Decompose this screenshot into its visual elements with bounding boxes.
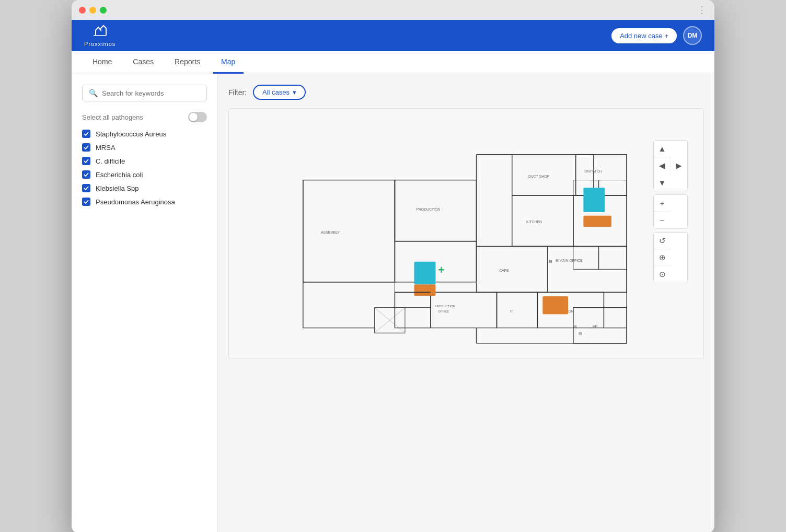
svg-text:HR: HR (593, 325, 598, 328)
map-area: Filter: All cases ▾ ASSEMBLY (218, 74, 714, 532)
zoom-out-button[interactable]: − (654, 212, 671, 228)
logo-icon (91, 24, 108, 41)
svg-text:⊟
             MAIN OFFICE: ⊟ MAIN OFFICE (556, 259, 583, 262)
main-content: 🔍 Select all pathogens Staphylococcus Au… (72, 74, 714, 532)
floor-plan-svg: ASSEMBLY PRODUCTION DUCT SHOP DISPATCH (229, 109, 703, 358)
select-all-row: Select all pathogens (82, 112, 207, 122)
pathogen-label: Staphylococcus Aureus (96, 130, 166, 138)
checkbox-cd[interactable] (82, 157, 90, 165)
pathogen-label: Pseudomonas Aeruginosa (96, 198, 175, 206)
pathogen-list: Staphylococcus Aureus MRSA C. difficile … (82, 130, 207, 206)
list-item[interactable]: Escherichia coli (82, 170, 207, 179)
filter-label: Filter: (228, 88, 247, 97)
svg-text:⊟: ⊟ (549, 259, 552, 264)
checkbox-sa[interactable] (82, 130, 90, 138)
nav-item-home[interactable]: Home (84, 51, 120, 74)
search-icon: 🔍 (89, 89, 98, 97)
checkbox-ks[interactable] (82, 184, 90, 192)
zoom-in-button[interactable]: + (654, 195, 671, 212)
svg-rect-38 (583, 188, 605, 212)
pan-left-button[interactable]: ◀ (654, 157, 671, 174)
app-header: Proxximos Add new case + DM (72, 20, 714, 51)
rotate-button[interactable]: ↺ (654, 233, 671, 249)
pan-up-button[interactable]: ▲ (654, 141, 671, 157)
add-case-button[interactable]: Add new case + (611, 28, 677, 43)
svg-text:ASSEMBLY: ASSEMBLY (321, 230, 340, 234)
titlebar: ⋮ (72, 0, 714, 20)
svg-text:+: + (438, 264, 445, 276)
chevron-down-icon: ▾ (293, 88, 296, 96)
svg-rect-40 (414, 262, 435, 285)
checkbox-ec[interactable] (82, 170, 90, 179)
toggle-all-pathogens[interactable] (188, 112, 207, 122)
close-button[interactable] (79, 7, 86, 14)
checkbox-pa[interactable] (82, 198, 90, 206)
traffic-lights (79, 7, 107, 14)
map-controls: ▲ ◀ ▶ ▼ + − ↺ ⊕ ⊙ (653, 140, 688, 285)
maximize-button[interactable] (100, 7, 107, 14)
pathogen-label: C. difficile (96, 157, 125, 165)
avatar: DM (683, 26, 702, 45)
svg-text:PRODUCTION: PRODUCTION (435, 305, 455, 308)
pan-right-button[interactable]: ▶ (671, 157, 687, 174)
logo: Proxximos (84, 24, 115, 47)
filter-button[interactable]: All cases ▾ (253, 85, 306, 100)
logo-text: Proxximos (84, 41, 115, 47)
utility-controls: ↺ ⊕ ⊙ (653, 232, 688, 283)
map-container[interactable]: ASSEMBLY PRODUCTION DUCT SHOP DISPATCH (228, 108, 704, 359)
target-button[interactable]: ⊙ (654, 266, 671, 283)
svg-text:OFFICE: OFFICE (438, 310, 449, 313)
list-item[interactable]: Pseudomonas Aeruginosa (82, 198, 207, 206)
toggle-knob (189, 113, 198, 121)
nav-bar: Home Cases Reports Map (72, 51, 714, 74)
browser-window: ⋮ Proxximos Add new case + DM Home Cases… (72, 0, 714, 532)
filter-btn-label: All cases (262, 88, 290, 96)
search-input[interactable] (102, 89, 200, 97)
sidebar: 🔍 Select all pathogens Staphylococcus Au… (72, 74, 218, 532)
nav-item-map[interactable]: Map (213, 51, 244, 74)
svg-text:⊟: ⊟ (573, 324, 577, 329)
search-box[interactable]: 🔍 (82, 85, 207, 101)
svg-text:⊟: ⊟ (579, 331, 582, 336)
nav-item-reports[interactable]: Reports (166, 51, 209, 74)
checkbox-mrsa[interactable] (82, 143, 90, 152)
list-item[interactable]: MRSA (82, 143, 207, 152)
svg-text:IT: IT (510, 309, 513, 313)
svg-rect-41 (414, 285, 435, 296)
select-all-label: Select all pathogens (82, 113, 143, 121)
filter-bar: Filter: All cases ▾ (228, 85, 704, 100)
svg-text:PRODUCTION: PRODUCTION (416, 207, 440, 211)
minimize-button[interactable] (89, 7, 96, 14)
svg-text:DUCT SHOP: DUCT SHOP (528, 175, 549, 178)
svg-text:KITCHEN: KITCHEN (526, 220, 542, 224)
svg-text:DISPATCH: DISPATCH (584, 169, 602, 173)
magnify-button[interactable]: ⊕ (654, 249, 671, 266)
nav-item-cases[interactable]: Cases (124, 51, 162, 74)
list-item[interactable]: C. difficile (82, 157, 207, 165)
zoom-controls: + − (653, 194, 688, 229)
list-item[interactable]: Klebsiella Spp (82, 184, 207, 192)
header-actions: Add new case + DM (611, 26, 702, 45)
pan-controls: ▲ ◀ ▶ ▼ (653, 140, 688, 191)
list-item[interactable]: Staphylococcus Aureus (82, 130, 207, 138)
svg-rect-39 (583, 216, 611, 227)
svg-text:CAFE: CAFE (499, 269, 509, 272)
pathogen-label: MRSA (96, 144, 115, 152)
pathogen-label: Escherichia coli (96, 171, 143, 179)
pan-down-button[interactable]: ▼ (654, 174, 671, 191)
pathogen-label: Klebsiella Spp (96, 184, 138, 192)
svg-rect-43 (542, 296, 568, 314)
menu-dots: ⋮ (697, 4, 707, 16)
